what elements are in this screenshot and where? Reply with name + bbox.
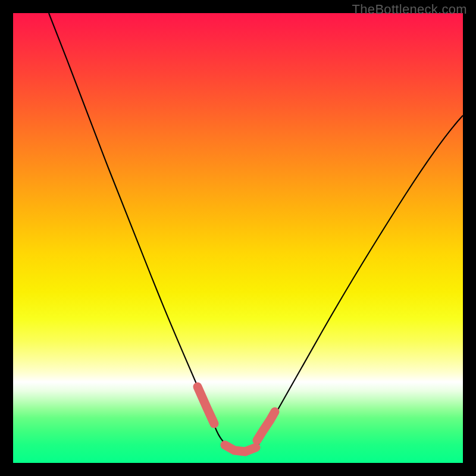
watermark-text: TheBottleneck.com: [352, 2, 467, 17]
chart-svg: [13, 13, 463, 463]
highlight-left: [198, 387, 214, 424]
highlight-group: [198, 387, 275, 452]
highlight-right: [257, 412, 275, 440]
highlight-bottom: [225, 445, 256, 452]
curve-path: [49, 13, 463, 452]
outer-frame: TheBottleneck.com: [0, 0, 476, 476]
